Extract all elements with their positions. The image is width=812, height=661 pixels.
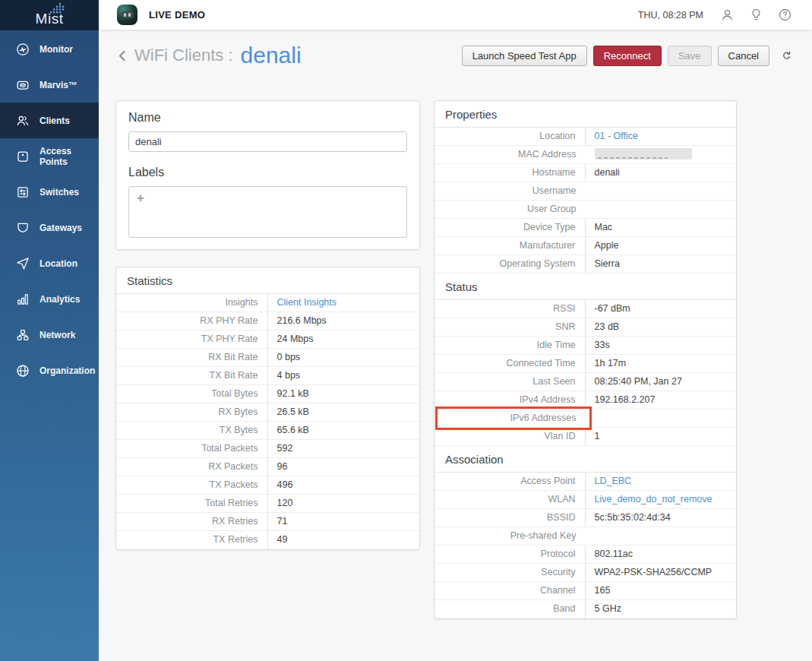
sidebar-item-location[interactable]: Location: [0, 245, 99, 281]
row-value[interactable]: Client Insights: [268, 294, 420, 312]
row-channel: Channel 165: [434, 582, 736, 600]
row-label: Insights: [116, 294, 268, 312]
row-value: 65.6 kB: [268, 422, 420, 439]
redacted-mac-address: [595, 148, 692, 160]
row-label: RX Bytes: [116, 403, 268, 421]
bulb-icon[interactable]: [749, 8, 763, 22]
left-column: Name Labels + Statistics Insights Client…: [115, 100, 420, 550]
row-label: TX Packets: [116, 476, 268, 494]
row-label: Device Type: [434, 219, 586, 236]
row-value: 23 dB: [586, 318, 737, 336]
row-total-bytes: Total Bytes 92.1 kB: [116, 385, 419, 403]
row-value: [586, 527, 737, 545]
gateways-icon: [15, 220, 30, 236]
sidebar-item-label: Analytics: [39, 294, 80, 305]
sidebar-item-clients[interactable]: Clients: [0, 103, 99, 138]
robot-eye: [124, 13, 127, 17]
row-value: 216.6 Mbps: [268, 312, 420, 330]
row-value: Apple: [586, 237, 737, 255]
location-icon: [15, 256, 30, 271]
row-label: BSSID: [434, 509, 586, 527]
page-header: WiFi Clients : denali Launch Speed Test …: [115, 40, 792, 71]
breadcrumb[interactable]: WiFi Clients :: [134, 46, 233, 65]
main-content: WiFi Clients : denali Launch Speed Test …: [99, 30, 812, 661]
row-value[interactable]: Live_demo_do_not_remove: [586, 491, 737, 508]
sidebar-item-switches[interactable]: Switches: [0, 174, 99, 210]
row-total-packets: Total Packets 592: [116, 440, 419, 458]
row-label: Security: [434, 564, 586, 581]
sidebar-item-network[interactable]: Network: [0, 317, 99, 353]
cancel-button[interactable]: Cancel: [718, 46, 769, 66]
chevron-left-icon[interactable]: [115, 49, 130, 63]
row-value: 08:25:40 PM, Jan 27: [586, 373, 737, 391]
row-value: 71: [268, 513, 420, 530]
labels-heading: Labels: [128, 166, 407, 179]
row-value: [586, 410, 737, 427]
row-label: Vlan ID: [434, 428, 586, 445]
row-connected-time: Connected Time 1h 17m: [434, 355, 736, 373]
row-value: 26.5 kB: [268, 403, 420, 421]
name-input[interactable]: [128, 131, 407, 152]
row-rx-bit-rate: RX Bit Rate 0 bps: [116, 349, 419, 367]
header-buttons: Launch Speed Test App Reconnect Save Can…: [462, 46, 792, 66]
row-label: Pre-shared Key: [434, 527, 586, 545]
row-ipv6-addresses: IPv6 Addresses: [434, 410, 736, 428]
launch-speed-test-button[interactable]: Launch Speed Test App: [462, 46, 587, 66]
reconnect-button[interactable]: Reconnect: [593, 46, 662, 66]
datetime-label: THU, 08:28 PM: [638, 10, 703, 21]
row-label: Username: [434, 182, 586, 200]
row-security: Security WPA2-PSK-SHA256/CCMP: [434, 564, 736, 582]
row-label: TX Bytes: [116, 422, 268, 439]
association-heading: Association: [434, 446, 736, 473]
row-label: Total Bytes: [116, 385, 268, 403]
sidebar-item-analytics[interactable]: Analytics: [0, 281, 99, 317]
sidebar-nav: Monitor Marvis™ Clients Access Points Sw…: [0, 30, 99, 388]
properties-heading: Properties: [434, 101, 736, 128]
access-points-icon: [15, 149, 30, 164]
row-pre-shared-key: Pre-shared Key: [434, 527, 736, 546]
row-value: 96: [268, 458, 420, 476]
association-table: Access Point LD_EBC WLAN Live_demo_do_no…: [434, 473, 736, 618]
status-table: RSSI -67 dBm SNR 23 dB Idle Time 33s: [434, 300, 736, 446]
row-label: User Group: [434, 201, 586, 218]
refresh-icon[interactable]: [781, 50, 792, 62]
org-name: LIVE DEMO: [149, 9, 205, 21]
row-value[interactable]: 01 - Office: [586, 128, 737, 145]
monitor-icon: [15, 42, 30, 57]
row-label: Channel: [434, 582, 586, 599]
sidebar-item-monitor[interactable]: Monitor: [0, 31, 99, 67]
row-label: Connected Time: [434, 355, 586, 372]
row-ipv4-address: IPv4 Address 192.168.2.207: [434, 391, 736, 410]
sidebar-item-label: Monitor: [39, 44, 73, 55]
row-value: 5 GHz: [586, 600, 737, 618]
row-label: RSSI: [434, 300, 586, 318]
help-icon[interactable]: [778, 8, 792, 22]
sidebar-item-organization[interactable]: Organization: [0, 353, 99, 388]
sidebar-item-marvis[interactable]: Marvis™: [0, 67, 99, 103]
row-label: RX Bit Rate: [116, 349, 268, 366]
row-value: 1: [586, 428, 737, 445]
row-label: RX PHY Rate: [116, 312, 268, 330]
row-value[interactable]: LD_EBC: [586, 473, 737, 490]
save-button[interactable]: Save: [668, 46, 712, 66]
account-icon[interactable]: [720, 8, 735, 22]
statistics-heading: Statistics: [116, 267, 419, 294]
sidebar-item-access-points[interactable]: Access Points: [0, 138, 99, 174]
mist-logo[interactable]: Mist: [0, 0, 99, 30]
row-value: 192.168.2.207: [586, 391, 737, 409]
topbar-right: THU, 08:28 PM: [638, 8, 792, 22]
statistics-card: Statistics Insights Client Insights RX P…: [115, 267, 420, 550]
sidebar-item-gateways[interactable]: Gateways: [0, 210, 99, 245]
sidebar-item-label: Organization: [39, 365, 95, 376]
row-vlan-id: Vlan ID 1: [434, 428, 736, 446]
row-value: 802.11ac: [586, 546, 737, 563]
robot-screen: [122, 11, 134, 18]
add-label-button[interactable]: +: [137, 191, 144, 206]
row-manufacturer: Manufacturer Apple: [434, 237, 736, 255]
row-label: TX Retries: [116, 531, 268, 549]
row-last-seen: Last Seen 08:25:40 PM, Jan 27: [434, 373, 736, 391]
row-label: Protocol: [434, 546, 586, 563]
content-columns: Name Labels + Statistics Insights Client…: [115, 100, 812, 619]
topbar: LIVE DEMO THU, 08:28 PM: [99, 0, 812, 30]
marvis-robot-logo[interactable]: [117, 5, 137, 25]
